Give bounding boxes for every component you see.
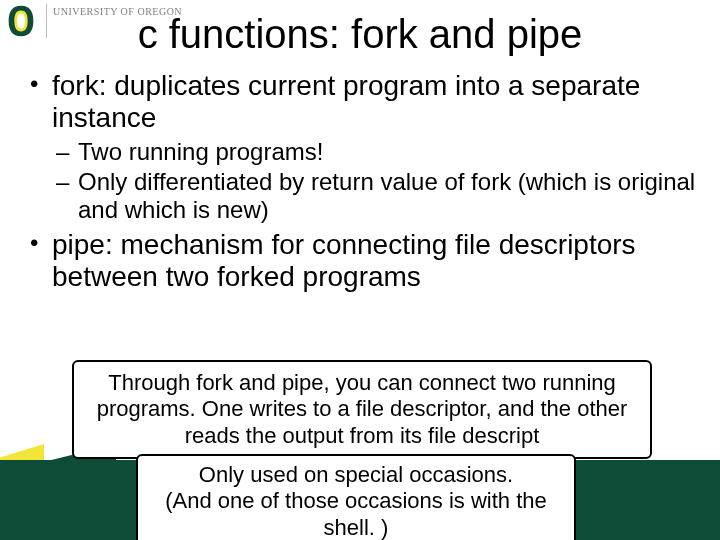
sub-bullet-1: Two running programs! [52, 138, 696, 166]
page-title: c functions: fork and pipe [0, 12, 720, 57]
callout-box-1: Through fork and pipe, you can connect t… [72, 360, 652, 459]
bullet-text: fork: duplicates current program into a … [52, 70, 640, 133]
callout-box-2: Only used on special occasions.(And one … [136, 454, 576, 540]
sub-bullet-2: Only differentiated by return value of f… [52, 168, 696, 223]
sub-bullet-list: Two running programs! Only differentiate… [52, 138, 696, 223]
bullet-list: fork: duplicates current program into a … [24, 70, 696, 294]
content-area: fork: duplicates current program into a … [24, 70, 696, 300]
bullet-item-fork: fork: duplicates current program into a … [24, 70, 696, 223]
bullet-item-pipe: pipe: mechanism for connecting file desc… [24, 229, 696, 293]
